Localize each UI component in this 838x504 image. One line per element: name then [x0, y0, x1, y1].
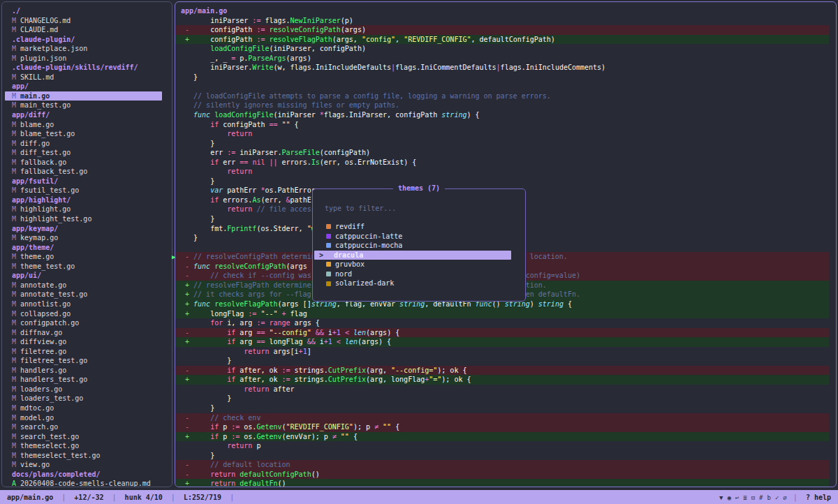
diff-gutter-marker: - — [181, 329, 193, 336]
file-tree-item[interactable]: M main_test.go — [5, 101, 162, 110]
file-label: main_test.go — [20, 101, 71, 109]
file-tree-item[interactable]: M diff_test.go — [5, 148, 162, 158]
code-token — [193, 186, 210, 194]
file-tree-item[interactable]: M CHANGELOG.md — [5, 16, 162, 26]
file-tree-item[interactable]: M fsutil_test.go — [5, 186, 162, 195]
file-tree-item[interactable]: M highlight_test.go — [5, 214, 162, 224]
code-token: && — [307, 338, 316, 346]
file-tree-item[interactable]: A 20260408-code-smells-cleanup.md — [5, 479, 162, 487]
code-token: range — [269, 319, 290, 327]
file-label: handlers_test.go — [20, 376, 87, 383]
file-tree-item[interactable]: M annotate_test.go — [5, 290, 162, 299]
code-token: after — [269, 385, 294, 393]
theme-swatch — [326, 234, 331, 239]
file-tree-item[interactable]: M theme.go — [5, 252, 162, 262]
code-token — [193, 319, 210, 327]
status-separator: | — [104, 494, 125, 501]
theme-option[interactable]: catppuccin-latte — [313, 232, 525, 242]
file-tree-item[interactable]: M plugin.json — [5, 54, 162, 64]
code-token: i — [324, 329, 332, 336]
theme-option[interactable]: gruvbox — [313, 260, 525, 269]
file-tree-item[interactable]: M model.go — [5, 413, 162, 423]
git-status-badge: M — [8, 205, 20, 213]
diff-line: return p — [175, 441, 829, 451]
file-tree-item[interactable]: M diffview.go — [5, 337, 162, 347]
code-token — [193, 121, 210, 128]
file-tree-item[interactable]: M annotate.go — [5, 281, 162, 290]
code-token: i — [316, 338, 324, 346]
dot-toggle-icon: ◉ — [727, 494, 730, 501]
status-hunk: hunk 4/10 — [125, 494, 163, 501]
code-token: == — [269, 121, 277, 128]
file-tree-item[interactable]: M marketplace.json — [5, 44, 162, 54]
file-tree-item[interactable]: M CLAUDE.md — [5, 25, 162, 35]
file-tree-item[interactable]: M fallback.go — [5, 158, 162, 168]
file-tree-item[interactable]: M SKILL.md — [5, 73, 162, 82]
code-token — [193, 348, 244, 355]
file-tree-item[interactable]: M highlight.go — [5, 205, 162, 214]
file-tree-dir[interactable]: app/theme/ — [5, 243, 162, 253]
file-tree-dir[interactable]: app/keymap/ — [5, 224, 162, 234]
file-tree-dir[interactable]: app/diff/ — [5, 110, 162, 120]
code-token: strings. — [291, 376, 328, 383]
theme-option[interactable]: revdiff — [313, 222, 525, 232]
code-token: (arg, — [366, 366, 391, 374]
file-tree-item[interactable]: M configpatch.go — [5, 318, 162, 328]
theme-filter-input[interactable]: type to filter... — [325, 205, 525, 212]
theme-label: catppuccin-latte — [335, 232, 402, 242]
code-token: return — [227, 168, 252, 175]
theme-option[interactable]: >dracula — [314, 251, 511, 260]
status-toggle-icons: ▼◉↩≣⊟#b✓∅ — [717, 494, 789, 501]
file-tree-item[interactable]: M view.go — [5, 460, 162, 470]
diff-gutter-marker — [181, 101, 193, 109]
file-tree-item[interactable]: M keymap.go — [5, 233, 162, 243]
code-token: // loadConfigFile attempts to parse a co… — [193, 92, 551, 100]
code-token: (err, os.ErrNotExist) { — [320, 158, 416, 166]
file-tree-item[interactable]: M loaders.go — [5, 385, 162, 394]
file-tree-item[interactable]: M collapsed.go — [5, 309, 162, 319]
code-token: after, ok — [235, 376, 281, 383]
theme-option[interactable]: solarized-dark — [313, 279, 525, 288]
file-tree-dir[interactable]: .claude-plugin/skills/revdiff/ — [5, 63, 162, 73]
file-tree-dir[interactable]: docs/plans/completed/ — [5, 470, 162, 480]
code-token: , defaultConfigPath) — [471, 36, 554, 43]
file-tree-item[interactable]: M blame_test.go — [5, 129, 162, 139]
status-separator: | — [221, 494, 242, 501]
file-tree-item[interactable]: M search_test.go — [5, 432, 162, 442]
file-tree-item[interactable]: M fallback_test.go — [5, 167, 162, 177]
file-tree-item[interactable]: M diff.go — [5, 139, 162, 149]
file-tree-item[interactable]: M main.go — [5, 91, 162, 101]
code-token: strings. — [291, 366, 328, 374]
file-tree-item[interactable]: M themeselect_test.go — [5, 451, 162, 461]
code-token — [193, 45, 210, 52]
file-tree-item[interactable]: M annotlist.go — [5, 299, 162, 309]
file-tree-item[interactable]: M filetree.go — [5, 347, 162, 357]
code-token: := — [248, 310, 256, 318]
file-tree-item[interactable]: M diffnav.go — [5, 328, 162, 338]
diff-line: - if after, ok := strings.CutPrefix(arg,… — [175, 366, 829, 376]
code-token: len — [345, 338, 358, 346]
code-token: if — [227, 366, 235, 374]
file-tree-dir[interactable]: app/highlight/ — [5, 195, 162, 205]
file-tree-item[interactable]: M filetree_test.go — [5, 356, 162, 366]
file-tree-dir[interactable]: app/ui/ — [5, 271, 162, 281]
file-tree-item[interactable]: M handlers.go — [5, 366, 162, 376]
file-label: plugin.json — [20, 54, 66, 62]
file-tree-item[interactable]: M themeselect.go — [5, 441, 162, 451]
diff-gutter-marker: + — [181, 480, 193, 487]
code-token: := — [256, 26, 265, 34]
file-tree-item[interactable]: M theme_test.go — [5, 262, 162, 272]
file-tree-dir[interactable]: app/fsutil/ — [5, 177, 162, 186]
file-tree-dir[interactable]: .claude-plugin/ — [5, 35, 162, 45]
file-tree-item[interactable]: M loaders_test.go — [5, 394, 162, 403]
file-tree-item[interactable]: M mdtoc.go — [5, 403, 162, 413]
file-tree-item[interactable]: M blame.go — [5, 120, 162, 130]
file-tree-dir[interactable]: app/ — [5, 82, 162, 91]
theme-option[interactable]: catppuccin-mocha — [313, 241, 525, 251]
theme-option[interactable]: nord — [313, 269, 525, 279]
file-tree-item[interactable]: M handlers_test.go — [5, 375, 162, 385]
file-label: highlight_test.go — [20, 215, 91, 223]
file-tree-dir[interactable]: ./ — [5, 6, 162, 16]
code-token: func — [193, 262, 210, 270]
file-tree-item[interactable]: M search.go — [5, 422, 162, 432]
